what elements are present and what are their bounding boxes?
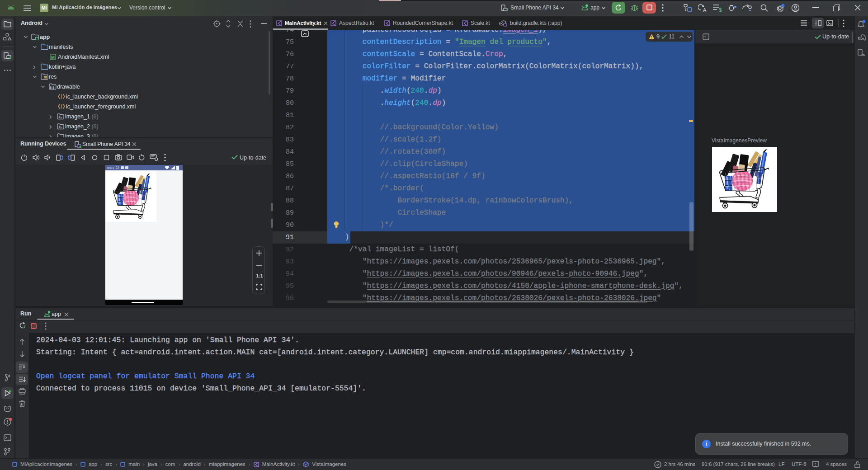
svg-text:A: A — [703, 7, 707, 13]
svg-text:M: M — [51, 55, 55, 60]
svg-text:$: $ — [719, 7, 722, 12]
